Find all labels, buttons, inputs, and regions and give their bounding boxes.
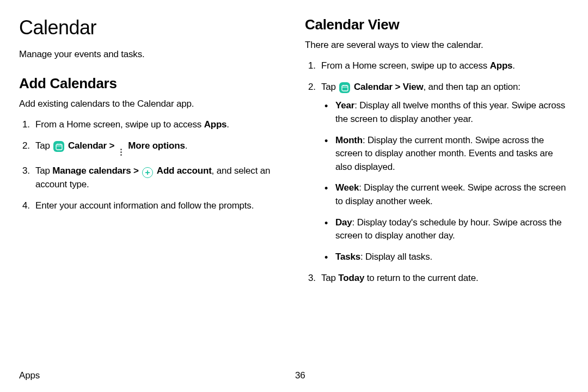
step-1: From a Home screen, swipe up to access A… bbox=[19, 118, 283, 132]
calendar-view-steps: From a Home screen, swipe up to access A… bbox=[305, 59, 569, 285]
option-day: Day: Display today's schedule by hour. S… bbox=[321, 216, 569, 243]
right-column: Calendar View There are several ways to … bbox=[305, 16, 569, 292]
footer-section: Apps bbox=[19, 370, 293, 381]
section-heading-add-calendars: Add Calendars bbox=[19, 75, 283, 92]
calendar-app-icon bbox=[339, 82, 350, 93]
step-1: From a Home screen, swipe up to access A… bbox=[305, 59, 569, 73]
calendar-app-icon bbox=[53, 141, 64, 152]
more-options-icon bbox=[118, 147, 125, 157]
page-title: Calendar bbox=[19, 16, 283, 39]
step-4: Enter your account information and follo… bbox=[19, 199, 283, 213]
page-footer: Apps 36 bbox=[19, 370, 569, 381]
step-2: Tap Calendar > More options. bbox=[19, 139, 283, 157]
option-week: Week: Display the current week. Swipe ac… bbox=[321, 181, 569, 208]
step-3: Tap Today to return to the current date. bbox=[305, 272, 569, 285]
add-account-plus-icon bbox=[142, 167, 153, 178]
svg-rect-6 bbox=[342, 85, 348, 91]
view-options-list: Year: Display all twelve months of this … bbox=[321, 99, 569, 264]
option-tasks: Tasks: Display all tasks. bbox=[321, 250, 569, 264]
add-calendars-steps: From a Home screen, swipe up to access A… bbox=[19, 118, 283, 212]
left-column: Calendar Manage your events and tasks. A… bbox=[19, 16, 283, 292]
footer-page-number: 36 bbox=[293, 370, 569, 381]
step-2: Tap Calendar > View, and then tap an opt… bbox=[305, 81, 569, 264]
section-heading-calendar-view: Calendar View bbox=[305, 16, 569, 33]
option-month: Month: Display the current month. Swipe … bbox=[321, 134, 569, 174]
section-intro: There are several ways to view the calen… bbox=[305, 40, 569, 51]
step-3: Tap Manage calendars > Add account, and … bbox=[19, 164, 283, 192]
section-intro: Add existing calendars to the Calendar a… bbox=[19, 99, 283, 109]
page-subtitle: Manage your events and tasks. bbox=[19, 49, 283, 60]
option-year: Year: Display all twelve months of this … bbox=[321, 99, 569, 126]
svg-rect-0 bbox=[56, 144, 62, 150]
